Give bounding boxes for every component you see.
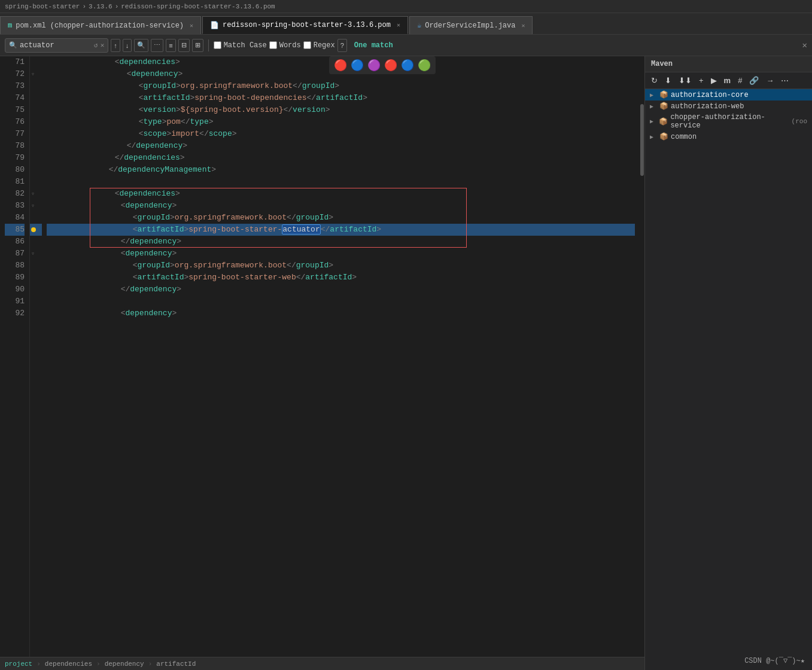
- help-button[interactable]: ?: [337, 39, 347, 52]
- breadcrumb-top: spring-boot-starter › 3.13.6 › redisson-…: [0, 0, 812, 13]
- gutter-87[interactable]: ▿: [30, 248, 42, 260]
- gutter-76: [30, 116, 42, 128]
- tree-label-auth-core: authorization-core: [671, 91, 749, 99]
- search-divider: [208, 39, 209, 51]
- search-close-icon[interactable]: ✕: [802, 40, 807, 50]
- filter-button[interactable]: ⋯: [151, 39, 163, 52]
- words-option[interactable]: Words: [269, 41, 301, 50]
- line-numbers: 71 72 73 74 75 76 77 78 79 80 81 82 83 8…: [0, 56, 30, 657]
- gutter-83[interactable]: ▿: [30, 200, 42, 212]
- code-editor: 71 72 73 74 75 76 77 78 79 80 81 82 83 8…: [0, 56, 644, 657]
- gutter-75: [30, 104, 42, 116]
- bc-bottom-3[interactable]: artifactId: [156, 660, 196, 668]
- search-refresh-icon[interactable]: ↺: [94, 41, 98, 49]
- bc-bottom-0[interactable]: project: [5, 660, 32, 668]
- maven-more-btn[interactable]: ⋯: [778, 75, 791, 86]
- maven-arrow-btn[interactable]: →: [764, 75, 776, 86]
- gutter-78: [30, 140, 42, 152]
- scroll-thumb[interactable]: [640, 104, 644, 176]
- search-icon: 🔍: [9, 41, 17, 49]
- maven-panel-header: Maven: [645, 56, 812, 72]
- tree-item-common[interactable]: ▶ 📦 common: [645, 131, 812, 142]
- chrome-icon[interactable]: 🔴: [334, 59, 347, 72]
- gutter-77: [30, 128, 42, 140]
- maven-panel: Maven ↻ ⬇ ⬇⬇ + ▶ m # 🔗 → ⋯ ▶ 📦 authoriza…: [644, 56, 812, 670]
- prev-match-button[interactable]: ↑: [111, 39, 120, 52]
- code-line-92: <dependency>: [47, 307, 635, 319]
- bc-bottom-1[interactable]: dependencies: [45, 660, 92, 668]
- search-match-highlight: actuator: [282, 224, 320, 234]
- code-content[interactable]: <dependencies> <dependency> <groupId>org…: [42, 56, 640, 657]
- find-usage-button[interactable]: 🔍: [134, 39, 148, 52]
- tab-bar: m pom.xml (chopper-authorization-service…: [0, 13, 812, 35]
- bc-bottom-2[interactable]: dependency: [105, 660, 144, 668]
- bc-item-2[interactable]: 3.13.6: [89, 3, 112, 10]
- bc-item-1[interactable]: spring-boot-starter: [5, 3, 80, 10]
- browser-icons-row: 🔴 🔵 🟣 🔴 🔵 🟢: [329, 56, 436, 74]
- maven-download-btn[interactable]: ⬇: [662, 75, 674, 86]
- edge2-icon[interactable]: 🟢: [418, 59, 431, 72]
- fold-87-icon[interactable]: ▿: [31, 250, 35, 257]
- match-case-checkbox[interactable]: [214, 41, 221, 49]
- line-num-89: 89: [5, 272, 25, 284]
- tree-item-auth-web[interactable]: ▶ 📦 authorization-web: [645, 100, 812, 112]
- maven-add-btn[interactable]: +: [697, 75, 706, 86]
- edge-icon[interactable]: 🟣: [367, 59, 381, 72]
- maven-hash-btn[interactable]: #: [735, 75, 744, 86]
- filter2-button[interactable]: ≡: [166, 39, 175, 52]
- tree-arrow-auth-web: ▶: [650, 103, 657, 110]
- gutter-82[interactable]: ▿: [30, 188, 42, 200]
- gutter-84: [30, 212, 42, 224]
- filter4-button[interactable]: ⊞: [192, 39, 203, 52]
- maven-download-all-btn[interactable]: ⬇⬇: [676, 75, 694, 86]
- line-num-75: 75: [5, 104, 25, 116]
- editor-scrollbar[interactable]: [640, 56, 644, 657]
- match-case-option[interactable]: Match Case: [214, 41, 267, 50]
- regex-option[interactable]: Regex: [303, 41, 335, 50]
- tree-item-chopper-auth[interactable]: ▶ 📦 chopper-authorization-service (roo: [645, 112, 812, 131]
- code-line-80: </dependencyManagement>: [47, 164, 635, 176]
- filter3-button[interactable]: ⊟: [178, 39, 190, 52]
- words-checkbox[interactable]: [269, 41, 277, 49]
- tab-pom-main[interactable]: m pom.xml (chopper-authorization-service…: [0, 16, 201, 34]
- search-input[interactable]: [20, 41, 92, 50]
- tab-label-2: redisson-spring-boot-starter-3.13.6.pom: [223, 21, 391, 29]
- fold-83-icon[interactable]: ▿: [31, 202, 35, 209]
- line-num-77: 77: [5, 128, 25, 140]
- fold-72-icon[interactable]: ▿: [31, 71, 35, 78]
- opera-icon[interactable]: 🔴: [384, 59, 397, 72]
- tab-redisson-pom[interactable]: 📄 redisson-spring-boot-starter-3.13.6.po…: [202, 16, 408, 34]
- tab-order-service[interactable]: ☕ OrderServiceImpl.java ✕: [409, 16, 533, 34]
- gutter-71: [30, 56, 42, 68]
- gutter-85: [30, 224, 42, 236]
- tree-item-auth-core[interactable]: ▶ 📦 authorization-core: [645, 89, 812, 100]
- maven-m-btn[interactable]: m: [722, 75, 734, 86]
- tab-label-1: pom.xml (chopper-authorization-service): [16, 22, 184, 30]
- gutter-90: [30, 284, 42, 296]
- next-match-button[interactable]: ↓: [123, 39, 132, 52]
- line-num-91: 91: [5, 296, 25, 307]
- tab-label-3: OrderServiceImpl.java: [425, 22, 515, 30]
- fold-82-icon[interactable]: ▿: [31, 190, 35, 197]
- tab-close-1[interactable]: ✕: [190, 22, 193, 29]
- bc-item-3[interactable]: redisson-spring-boot-starter-3.13.6.pom: [121, 3, 275, 10]
- search-clear-icon[interactable]: ✕: [101, 41, 105, 49]
- maven-refresh-btn[interactable]: ↻: [649, 75, 660, 86]
- maven-run-btn[interactable]: ▶: [708, 75, 719, 86]
- gutter-72[interactable]: ▿: [30, 68, 42, 80]
- maven-toolbar: ↻ ⬇ ⬇⬇ + ▶ m # 🔗 → ⋯: [645, 72, 812, 89]
- regex-checkbox[interactable]: [303, 41, 311, 49]
- maven-link-btn[interactable]: 🔗: [747, 75, 761, 86]
- ie-icon[interactable]: 🔵: [401, 59, 414, 72]
- project-icon-auth-core: 📦: [659, 90, 668, 99]
- tab-close-2[interactable]: ✕: [397, 22, 400, 29]
- line-num-82: 82: [5, 188, 25, 200]
- gutter-73: [30, 80, 42, 92]
- tab-close-3[interactable]: ✕: [521, 22, 525, 29]
- match-case-label: Match Case: [224, 41, 267, 50]
- regex-label: Regex: [314, 41, 335, 50]
- line-num-76: 76: [5, 116, 25, 128]
- gutter-91: [30, 296, 42, 307]
- firefox-icon[interactable]: 🔵: [351, 59, 364, 72]
- project-icon-common: 📦: [659, 132, 668, 141]
